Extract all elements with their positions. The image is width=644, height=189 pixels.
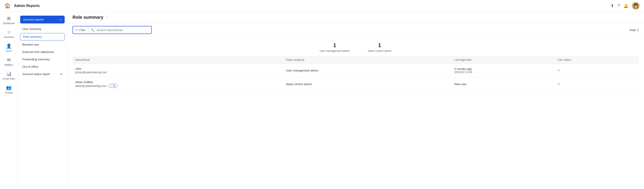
sidebar-item-users[interactable]: 👤 Users bbox=[1, 41, 17, 54]
sidebar-label-email-stats: Email stats bbox=[3, 77, 15, 80]
filter-icon: ▽ bbox=[76, 28, 78, 32]
col-name-email: Name/Email bbox=[72, 56, 283, 64]
main-content: Role summary ☆ ▽ Filter 🔍 To bbox=[67, 12, 644, 189]
sidebar-item-dashboard[interactable]: ⊞ Dashboard bbox=[1, 13, 17, 27]
cell-status-akbar: ✓ bbox=[555, 77, 639, 91]
header-actions: ⬆ ? 🔔 👩 bbox=[611, 2, 640, 9]
stat-user-mgmt-admin: 1 User management admin bbox=[320, 42, 350, 52]
user-name: Akbar Zulfikar bbox=[75, 80, 280, 84]
sidebar-item-email-stats[interactable]: 📊 Email stats bbox=[1, 69, 17, 82]
nav-item-blocked-user[interactable]: Blocked user bbox=[18, 41, 67, 48]
total-count: Total: 2 bbox=[629, 28, 639, 32]
filter-search-bar[interactable]: ▽ Filter 🔍 bbox=[72, 26, 152, 34]
last-login-line1: 2 months ago bbox=[454, 67, 552, 71]
nav-item-account-status-report[interactable]: Account status report ▶ bbox=[18, 70, 67, 78]
app-header: 🏠 Admin Reports ⬆ ? 🔔 👩 bbox=[0, 0, 644, 12]
groups-icon: 👥 bbox=[6, 85, 12, 90]
nav-item-user-summary[interactable]: User summary bbox=[18, 25, 67, 33]
stats-row: 1 User management admin 1 Spam control a… bbox=[67, 37, 644, 56]
sidebar-label-dashboard: Dashboard bbox=[3, 22, 15, 24]
toolbar: ▽ Filter 🔍 Total: 2 bbox=[67, 23, 644, 37]
chevron-right-icon: ▶ bbox=[61, 73, 62, 75]
sidebar-item-groups[interactable]: 👥 Groups bbox=[1, 83, 17, 96]
role-summary-table: Name/Email Roles assigned Last login tim… bbox=[72, 56, 639, 91]
sidebar-label-mailbox: Mailbox bbox=[5, 63, 13, 66]
dashboard-icon: ⊞ bbox=[7, 16, 11, 21]
favorites-icon: ☆ bbox=[7, 29, 11, 35]
search-input[interactable] bbox=[97, 28, 149, 32]
stat-spam-control-admin: 1 Spam control admin bbox=[368, 42, 392, 52]
sidebar-item-mailbox[interactable]: ✉ Mailbox bbox=[1, 55, 17, 68]
cell-login-akbar: New user bbox=[452, 77, 555, 91]
page-title-row: Role summary ☆ bbox=[72, 15, 109, 20]
cell-roles-akbar: Spam control admin bbox=[283, 77, 452, 91]
sidebar-label-favorites: Favorites bbox=[4, 36, 14, 38]
cell-user-john: John johnm@zylkertraining.com bbox=[72, 64, 283, 77]
user-email: akbar@zylkertraining.com bbox=[75, 84, 106, 88]
sidebar-item-favorites[interactable]: ☆ Favorites bbox=[1, 27, 17, 41]
cell-user-akbar: Akbar Zulfikar akbar@zylkertraining.com … bbox=[72, 77, 283, 91]
table-row: John johnm@zylkertraining.com User manag… bbox=[72, 64, 639, 77]
favorite-star-icon[interactable]: ☆ bbox=[106, 15, 109, 19]
stat-spam-control-number: 1 bbox=[368, 42, 392, 48]
stat-user-mgmt-label: User management admin bbox=[320, 49, 350, 52]
nav-panel: Account reports ▾ User summary Role summ… bbox=[18, 12, 67, 189]
app-logo-icon: 🏠 bbox=[4, 3, 10, 9]
nav-item-external-from[interactable]: External from addresses bbox=[18, 48, 67, 56]
avatar[interactable]: 👩 bbox=[632, 2, 640, 9]
cell-status-john: ✓ bbox=[555, 64, 639, 77]
last-login-line2: 10/21/22 11:45 bbox=[454, 71, 552, 74]
status-active-icon: ✓ bbox=[558, 69, 560, 72]
col-roles-assigned: Roles assigned bbox=[283, 56, 452, 64]
col-user-status: User status bbox=[555, 56, 639, 64]
account-reports-label: Account reports bbox=[23, 18, 44, 21]
upload-icon[interactable]: ⬆ bbox=[611, 3, 614, 8]
sidebar-label-groups: Groups bbox=[5, 91, 13, 94]
sidebar-label-users: Users bbox=[6, 50, 12, 52]
table-container: Name/Email Roles assigned Last login tim… bbox=[67, 56, 644, 189]
chevron-down-icon: ▾ bbox=[60, 18, 62, 21]
left-sidebar: ⊞ Dashboard ☆ Favorites 👤 Users ✉ Mailbo… bbox=[0, 12, 18, 189]
users-icon: 👤 bbox=[6, 43, 12, 49]
status-active-icon: ✓ bbox=[558, 82, 560, 86]
mailbox-icon: ✉ bbox=[7, 57, 11, 63]
table-header-row: Name/Email Roles assigned Last login tim… bbox=[72, 56, 639, 64]
help-icon[interactable]: ? bbox=[618, 3, 620, 8]
badge-count[interactable]: + 29 bbox=[108, 84, 118, 88]
stat-spam-control-label: Spam control admin bbox=[368, 49, 392, 52]
cell-roles-john: User management admin bbox=[283, 64, 452, 77]
col-last-login: Last login time bbox=[452, 56, 555, 64]
user-email: johnm@zylkertraining.com bbox=[75, 71, 280, 74]
app-title: Admin Reports bbox=[14, 4, 40, 8]
nav-item-role-summary[interactable]: Role summary bbox=[20, 33, 65, 40]
search-input-wrapper[interactable]: 🔍 bbox=[88, 26, 151, 33]
account-reports-header[interactable]: Account reports ▾ bbox=[20, 16, 65, 23]
table-row: Akbar Zulfikar akbar@zylkertraining.com … bbox=[72, 77, 639, 91]
notification-icon[interactable]: 🔔 bbox=[624, 3, 628, 8]
filter-button[interactable]: ▽ Filter bbox=[73, 26, 88, 33]
nav-item-out-of-office[interactable]: Out of office bbox=[18, 63, 67, 70]
user-name: John bbox=[75, 67, 280, 70]
filter-label: Filter bbox=[79, 28, 86, 32]
nav-item-forwarding-summary[interactable]: Forwarding summary bbox=[18, 56, 67, 63]
search-icon: 🔍 bbox=[91, 28, 94, 32]
page-title: Role summary bbox=[72, 15, 104, 20]
stat-user-mgmt-number: 1 bbox=[320, 42, 350, 48]
page-title-bar: Role summary ☆ bbox=[67, 12, 644, 23]
cell-login-john: 2 months ago 10/21/22 11:45 bbox=[452, 64, 555, 77]
email-stats-icon: 📊 bbox=[6, 71, 12, 76]
